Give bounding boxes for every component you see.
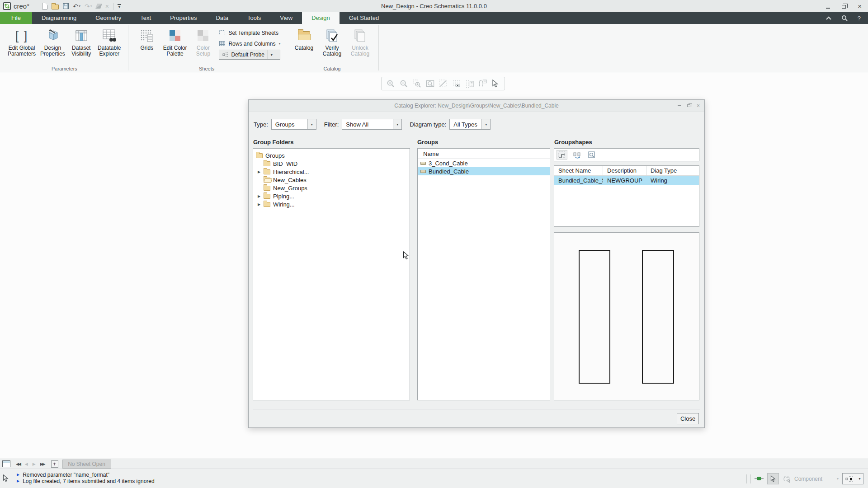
- previous-sheet-button[interactable]: ◀: [25, 462, 28, 466]
- groups-name-column-header[interactable]: Name: [418, 149, 550, 159]
- update-groupshape-button[interactable]: [571, 150, 582, 160]
- dropdown-icon: ▾: [393, 119, 401, 129]
- tree-item-wiring[interactable]: ▶ Wiring...: [253, 200, 410, 208]
- message-marker-icon[interactable]: ▶: [17, 478, 19, 484]
- measure-line-button[interactable]: [439, 79, 448, 88]
- tab-view[interactable]: View: [270, 12, 302, 24]
- close-window-button[interactable]: ×: [858, 3, 862, 9]
- next-sheet-button[interactable]: ▶: [33, 462, 36, 466]
- format-scale-button[interactable]: [478, 79, 487, 88]
- tree-item-new-cables[interactable]: New_Cables: [253, 176, 410, 184]
- tab-tools[interactable]: Tools: [238, 12, 270, 24]
- zoom-window-button[interactable]: [412, 79, 421, 88]
- quick-access-toolbar: creo° ↶▾ ↷▾ × ▼: [0, 2, 121, 10]
- datatable-explorer-button[interactable]: Datatable Explorer: [95, 25, 123, 58]
- select-mode-button[interactable]: [767, 473, 779, 484]
- edit-color-palette-button[interactable]: Edit Color Palette: [161, 25, 189, 58]
- color-setup-button[interactable]: Color Setup: [189, 25, 217, 58]
- filter-select[interactable]: Show All ▾: [342, 119, 402, 130]
- new-groupshape-button[interactable]: [557, 150, 567, 160]
- folder-icon: [264, 161, 270, 166]
- button-label: Set Template Sheets: [228, 30, 278, 36]
- default-probe-dropdown[interactable]: ▾: [268, 50, 275, 59]
- diagram-type-select[interactable]: All Types ▾: [449, 119, 491, 130]
- maximize-icon: [687, 104, 690, 107]
- tree-item-new-groups[interactable]: New_Groups: [253, 184, 410, 192]
- tree-item-bid-wid[interactable]: BID_WID: [253, 160, 410, 168]
- probe-button[interactable]: [842, 473, 856, 484]
- component-select[interactable]: Component ▾: [783, 475, 839, 483]
- dialog-maximize-button[interactable]: [687, 104, 690, 107]
- restore-button[interactable]: [842, 2, 846, 10]
- tab-text[interactable]: Text: [131, 12, 160, 24]
- column-description[interactable]: Description: [603, 166, 646, 175]
- minimize-button[interactable]: [826, 2, 830, 10]
- catalog-button[interactable]: Catalog: [290, 25, 318, 58]
- column-sheet-name[interactable]: Sheet Name: [554, 166, 603, 175]
- collapse-ribbon-button[interactable]: [826, 16, 831, 20]
- help-button[interactable]: ?: [858, 15, 861, 22]
- probe-dropdown[interactable]: ▾: [856, 473, 863, 484]
- group-item-bundled-cable[interactable]: Bundled_Cable: [418, 167, 550, 175]
- grids-button[interactable]: Grids: [133, 25, 161, 58]
- select-tool-button[interactable]: [491, 79, 500, 88]
- design-properties-button[interactable]: Design Properties: [38, 25, 67, 58]
- tree-item-groups[interactable]: Groups: [253, 151, 410, 160]
- redo-button[interactable]: ↷▾: [85, 3, 92, 10]
- column-diag-type[interactable]: Diag Type: [646, 166, 699, 175]
- groups-header: Groups: [417, 139, 438, 145]
- verify-catalog-button[interactable]: Verify Catalog: [318, 25, 346, 58]
- close-button[interactable]: Close: [677, 413, 699, 424]
- tab-design[interactable]: Design: [302, 12, 339, 24]
- grid-settings-button[interactable]: [465, 79, 474, 88]
- edit-button[interactable]: [96, 4, 101, 9]
- verify-catalog-icon: [325, 26, 339, 45]
- tree-item-piping[interactable]: ▶ Piping...: [253, 192, 410, 200]
- preview-groupshape-button[interactable]: [586, 150, 597, 160]
- add-sheet-button[interactable]: +: [51, 460, 58, 468]
- save-button[interactable]: [63, 3, 69, 9]
- tree-item-hierarchical[interactable]: ▶ Hierarchical...: [253, 168, 410, 176]
- separator: [750, 474, 751, 483]
- expander-icon[interactable]: ▶: [258, 170, 264, 174]
- tab-diagramming[interactable]: Diagramming: [32, 12, 86, 24]
- group-item-3-cond-cable[interactable]: 3_Cond_Cable: [418, 159, 550, 167]
- grid-visibility-button[interactable]: [452, 79, 461, 88]
- new-file-button[interactable]: [42, 3, 47, 9]
- tab-geometry[interactable]: Geometry: [86, 12, 131, 24]
- open-file-button[interactable]: [52, 3, 59, 9]
- expander-icon[interactable]: ▶: [258, 202, 264, 206]
- undo-button[interactable]: ↶▾: [73, 3, 80, 10]
- expander-icon[interactable]: ▶: [258, 194, 264, 198]
- set-template-sheets-button[interactable]: Set Template Sheets: [219, 28, 280, 38]
- preview-groupshape-icon: [588, 151, 596, 159]
- groupshapes-table-row[interactable]: Bundled_Cable_SH NEWGROUP Wiring: [554, 176, 699, 185]
- type-select[interactable]: Groups ▾: [271, 119, 316, 130]
- sheet-window-icon[interactable]: [2, 460, 10, 467]
- last-sheet-button[interactable]: ▶▶: [40, 462, 45, 466]
- dropdown-icon: ▾: [278, 42, 280, 46]
- dataset-visibility-button[interactable]: Dataset Visibility: [67, 25, 95, 58]
- first-sheet-button[interactable]: ◀◀: [16, 462, 20, 466]
- zoom-fit-button[interactable]: [425, 79, 434, 88]
- customize-toolbar-button[interactable]: ▼: [118, 4, 121, 8]
- tab-get-started[interactable]: Get Started: [340, 12, 388, 24]
- search-button[interactable]: [841, 15, 848, 21]
- zoom-in-button[interactable]: [386, 79, 395, 88]
- ribbon-group-sheets: Grids Edit Color Palette Color Setup: [128, 24, 285, 72]
- status-bar-controls: Component ▾ ▾: [746, 469, 863, 488]
- tab-properties[interactable]: Properties: [160, 12, 206, 24]
- edit-global-parameters-button[interactable]: [ ] Edit Global Parameters: [5, 25, 38, 58]
- dialog-title-bar[interactable]: Catalog Explorer: New_Design\Groups\New_…: [249, 100, 704, 112]
- delete-button[interactable]: ×: [105, 3, 109, 10]
- groupshape-rectangle-1: [579, 250, 610, 384]
- connector-probe-icon[interactable]: [755, 475, 764, 483]
- tab-data[interactable]: Data: [206, 12, 237, 24]
- group-label-parameters: Parameters: [1, 66, 128, 71]
- unlock-catalog-button[interactable]: Unlock Catalog: [346, 25, 374, 58]
- rows-and-columns-button[interactable]: Rows and Columns ▾: [219, 39, 280, 48]
- tab-file[interactable]: File: [0, 12, 32, 24]
- message-marker-icon[interactable]: ▶: [17, 472, 19, 478]
- default-probe-select[interactable]: Default Probe ▾: [219, 50, 280, 60]
- zoom-out-button[interactable]: [399, 79, 408, 88]
